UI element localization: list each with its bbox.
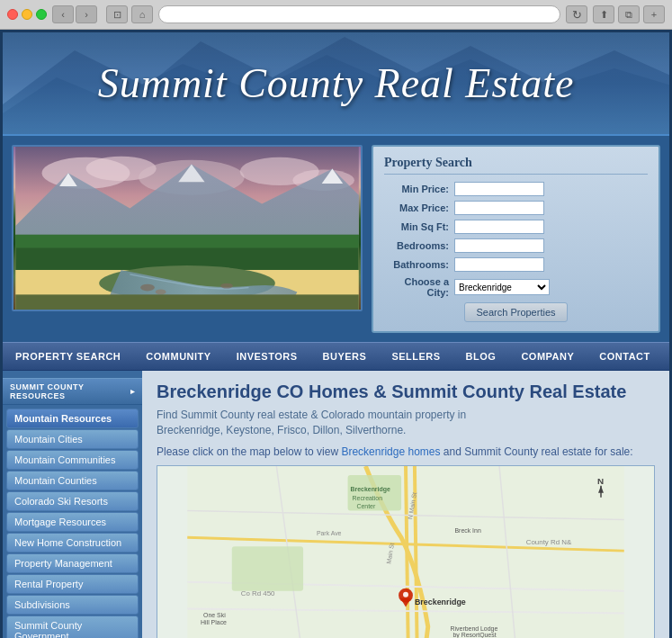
sidebar-item-mortgage-resources[interactable]: Mortgage Resources <box>6 512 139 532</box>
nav-item-blog[interactable]: BLOG <box>453 343 509 370</box>
sidebar-item-mountain-cities[interactable]: Mountain Cities <box>6 429 139 449</box>
svg-text:Breckenridge: Breckenridge <box>415 597 466 606</box>
address-bar[interactable] <box>158 5 560 23</box>
svg-rect-19 <box>15 294 359 310</box>
browser-right-buttons: ⬆ ⧉ + <box>593 5 665 23</box>
site-header: Summit County Real Estate <box>3 32 669 136</box>
sidebar-item-new-home-construction[interactable]: New Home Construction <box>6 533 139 553</box>
search-row-minprice: Min Price: <box>384 182 648 196</box>
hero-photo <box>12 145 363 311</box>
svg-rect-28 <box>232 546 303 591</box>
min-sqft-input[interactable] <box>454 220 544 234</box>
site-wrapper: Summit County Real Estate <box>0 30 672 638</box>
sidebar-header: SUMMIT COUNTY RESOURCES ▸ <box>3 378 142 405</box>
search-row-sqft: Min Sq Ft: <box>384 220 648 234</box>
sidebar-item-mountain-counties[interactable]: Mountain Counties <box>6 471 139 490</box>
tabs-button[interactable]: ⧉ <box>618 5 640 23</box>
map-container[interactable]: Breckenridge Recreation Center Breck Inn… <box>157 465 655 638</box>
svg-marker-14 <box>15 235 359 248</box>
max-price-input[interactable] <box>454 201 544 215</box>
svg-text:Breck Inn: Breck Inn <box>455 527 481 534</box>
property-search-panel: Property Search Min Price: Max Price: Mi… <box>372 145 660 333</box>
bathrooms-input[interactable] <box>454 257 544 272</box>
sidebar: SUMMIT COUNTY RESOURCES ▸ Mountain Resou… <box>3 371 142 638</box>
map-prompt: Please click on the map below to view Br… <box>157 445 655 458</box>
page-heading: Breckenridge CO Homes & Summit County Re… <box>157 382 655 402</box>
site-title: Summit County Real Estate <box>98 59 575 107</box>
window-controls <box>7 9 47 20</box>
search-row-bedrooms: Bedrooms: <box>384 238 648 253</box>
search-properties-button[interactable]: Search Properties <box>464 302 567 322</box>
browser-controls: ⊡ ⌂ <box>106 5 153 23</box>
svg-point-18 <box>220 283 233 289</box>
share-button[interactable]: ⬆ <box>593 5 614 23</box>
search-row-maxprice: Max Price: <box>384 201 648 215</box>
sidebar-item-colorado-ski-resorts[interactable]: Colorado Ski Resorts <box>6 491 139 511</box>
reload-button[interactable]: ↻ <box>566 5 587 23</box>
nav-item-contact[interactable]: CONTACT <box>587 343 662 370</box>
back-button[interactable]: ‹ <box>52 5 74 23</box>
nav-item-investors[interactable]: INVESTORS <box>224 343 310 370</box>
bathrooms-label: Bathrooms: <box>384 259 449 270</box>
sidebar-item-subdivisions[interactable]: Subdivisions <box>6 595 139 615</box>
svg-text:Hill Place: Hill Place <box>201 619 227 625</box>
svg-text:N: N <box>597 475 604 485</box>
nav-item-property-search[interactable]: PROPERTY SEARCH <box>3 343 133 370</box>
svg-text:One Ski: One Ski <box>203 612 226 618</box>
svg-point-16 <box>140 284 155 292</box>
sidebar-item-mountain-resources[interactable]: Mountain Resources <box>6 409 139 428</box>
min-price-label: Min Price: <box>384 184 449 194</box>
sidebar-item-property-management[interactable]: Property Management <box>6 553 139 573</box>
nav-bar: PROPERTY SEARCH COMMUNITY INVESTORS BUYE… <box>3 342 669 371</box>
browser-nav: ‹ › <box>52 5 97 23</box>
svg-point-17 <box>156 289 166 294</box>
svg-text:Park Ave: Park Ave <box>317 530 342 536</box>
bedrooms-label: Bedrooms: <box>384 240 449 251</box>
min-sqft-label: Min Sq Ft: <box>384 221 449 232</box>
main-top-content: Property Search Min Price: Max Price: Mi… <box>3 136 669 342</box>
sidebar-chevron-icon: ▸ <box>130 387 136 396</box>
sidebar-item-summit-county-government[interactable]: Summit County Government <box>6 616 139 638</box>
svg-text:Breckenridge: Breckenridge <box>351 485 390 492</box>
sidebar-header-label: SUMMIT COUNTY RESOURCES <box>10 382 130 400</box>
svg-text:Co Rd 450: Co Rd 450 <box>241 589 275 597</box>
browser-chrome: ‹ › ⊡ ⌂ ↻ ⬆ ⧉ + <box>0 0 672 30</box>
city-select[interactable]: Breckenridge Keystone Frisco Dillon Silv… <box>454 279 550 295</box>
max-price-label: Max Price: <box>384 202 449 213</box>
nav-item-company[interactable]: COMPANY <box>508 343 587 370</box>
breckenridge-homes-link[interactable]: Breckenridge homes <box>341 445 440 458</box>
forward-button[interactable]: › <box>76 5 97 23</box>
svg-text:by ResortQuest: by ResortQuest <box>453 632 497 638</box>
new-tab-button[interactable]: + <box>643 5 665 23</box>
minimize-button[interactable] <box>22 9 32 20</box>
maximize-button[interactable] <box>36 9 47 20</box>
svg-text:Center: Center <box>357 502 376 508</box>
page-body: SUMMIT COUNTY RESOURCES ▸ Mountain Resou… <box>3 371 669 638</box>
reader-button[interactable]: ⊡ <box>106 5 128 23</box>
page-subtext: Find Summit County real estate & Colorad… <box>157 408 655 438</box>
close-button[interactable] <box>7 9 18 20</box>
hero-landscape-svg <box>13 147 361 310</box>
search-row-city: Choose a City: Breckenridge Keystone Fri… <box>384 276 648 298</box>
sidebar-item-mountain-communities[interactable]: Mountain Communities <box>6 450 139 470</box>
bedrooms-input[interactable] <box>454 238 544 253</box>
svg-text:County Rd N&: County Rd N& <box>526 538 572 546</box>
nav-item-community[interactable]: COMMUNITY <box>133 343 223 370</box>
nav-item-buyers[interactable]: BUYERS <box>310 343 380 370</box>
page-content: Breckenridge CO Homes & Summit County Re… <box>142 371 669 638</box>
search-row-bathrooms: Bathrooms: <box>384 257 648 272</box>
min-price-input[interactable] <box>454 182 544 196</box>
svg-point-35 <box>403 591 408 597</box>
nav-item-sellers[interactable]: SELLERS <box>379 343 452 370</box>
home-button[interactable]: ⌂ <box>131 5 153 23</box>
search-panel-title: Property Search <box>384 156 648 175</box>
svg-text:Recreation: Recreation <box>353 494 383 500</box>
city-label: Choose a City: <box>384 276 449 298</box>
sidebar-item-rental-property[interactable]: Rental Property <box>6 574 139 594</box>
map-svg: Breckenridge Recreation Center Breck Inn… <box>157 466 654 638</box>
